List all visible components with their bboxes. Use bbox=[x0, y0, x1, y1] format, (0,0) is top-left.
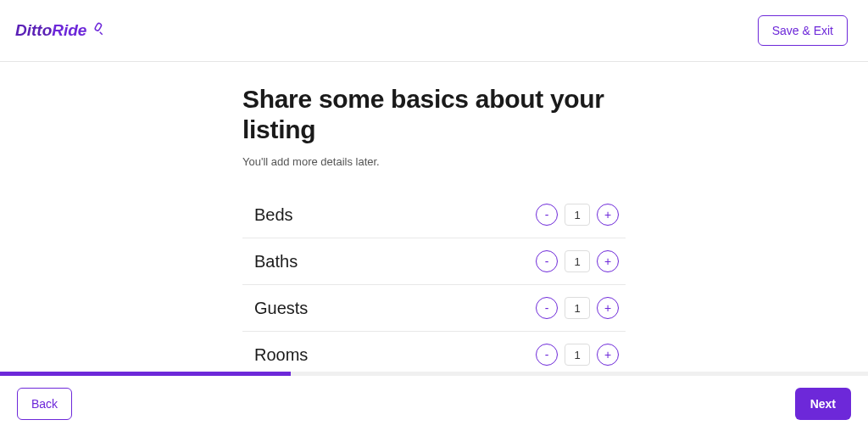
increment-button[interactable]: + bbox=[597, 250, 619, 272]
header: DittoRide Save & Exit bbox=[0, 0, 868, 62]
stepper-value[interactable]: 1 bbox=[565, 344, 590, 366]
brand-logo[interactable]: DittoRide bbox=[15, 21, 107, 40]
decrement-button[interactable]: - bbox=[536, 204, 558, 226]
back-button[interactable]: Back bbox=[17, 388, 72, 420]
stepper-value[interactable]: 1 bbox=[565, 204, 590, 226]
stepper-controls: - 1 + bbox=[536, 344, 619, 366]
stepper-row-beds: Beds - 1 + bbox=[242, 192, 626, 238]
increment-button[interactable]: + bbox=[597, 344, 619, 366]
stepper-row-baths: Baths - 1 + bbox=[242, 238, 626, 285]
stepper-row-rooms: Rooms - 1 + bbox=[242, 332, 626, 378]
stepper-label: Rooms bbox=[254, 345, 308, 365]
svg-rect-0 bbox=[95, 23, 103, 31]
decrement-button[interactable]: - bbox=[536, 344, 558, 366]
stepper-controls: - 1 + bbox=[536, 297, 619, 319]
stepper-label: Baths bbox=[254, 252, 298, 271]
decrement-button[interactable]: - bbox=[536, 250, 558, 272]
page-subtitle: You'll add more details later. bbox=[242, 155, 626, 168]
stepper-row-guests: Guests - 1 + bbox=[242, 285, 626, 332]
increment-button[interactable]: + bbox=[597, 297, 619, 319]
microphone-icon bbox=[92, 21, 107, 40]
decrement-button[interactable]: - bbox=[536, 297, 558, 319]
brand-name: DittoRide bbox=[15, 21, 86, 40]
next-button[interactable]: Next bbox=[795, 388, 851, 420]
footer: Back Next bbox=[0, 376, 868, 431]
main-content: Share some basics about your listing You… bbox=[0, 62, 868, 378]
stepper-controls: - 1 + bbox=[536, 250, 619, 272]
svg-line-1 bbox=[100, 32, 103, 35]
stepper-value[interactable]: 1 bbox=[565, 250, 590, 272]
page-title: Share some basics about your listing bbox=[242, 84, 626, 145]
stepper-label: Beds bbox=[254, 205, 293, 225]
stepper-label: Guests bbox=[254, 299, 308, 318]
stepper-value[interactable]: 1 bbox=[565, 297, 590, 319]
stepper-controls: - 1 + bbox=[536, 204, 619, 226]
increment-button[interactable]: + bbox=[597, 204, 619, 226]
save-exit-button[interactable]: Save & Exit bbox=[758, 15, 848, 46]
